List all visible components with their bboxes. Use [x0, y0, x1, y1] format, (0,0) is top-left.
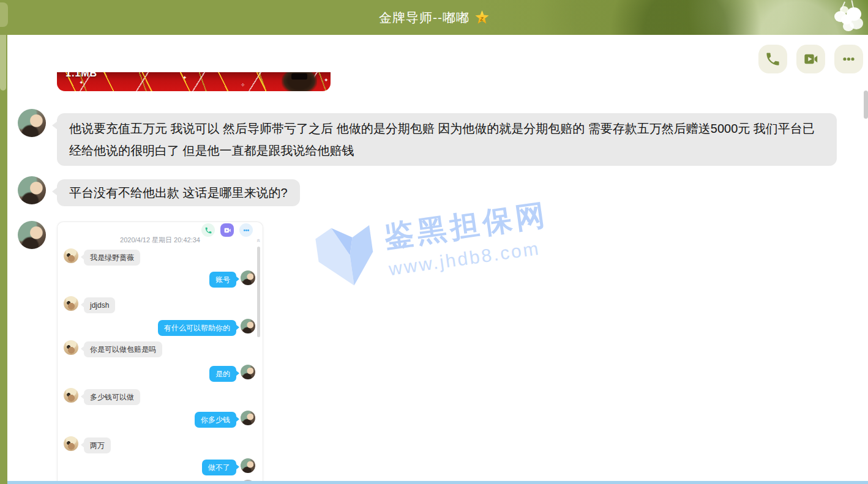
flower-decoration [841, 15, 852, 24]
screenshot-timestamp: 2020/4/12 星期日 20:42:34 [58, 236, 263, 245]
mini-avatar [64, 296, 78, 311]
mini-avatar [241, 411, 255, 425]
image-message-red-banner[interactable]: 1.1MB ✦ ✦ ✧ ✦ [57, 72, 331, 91]
mini-avatar [241, 319, 255, 333]
bottom-highlight-line [7, 481, 868, 484]
phone-icon [765, 51, 781, 67]
mini-message-row: 两万 [58, 436, 263, 453]
mini-message-bubble: jdjdsh [84, 297, 115, 313]
avatar[interactable] [18, 221, 46, 249]
mini-message-bubble: 是的 [209, 366, 236, 382]
mini-avatar [64, 248, 78, 263]
video-camera-icon [803, 51, 819, 67]
mini-video-icon [220, 223, 234, 237]
voice-call-button[interactable] [758, 45, 787, 73]
avatar[interactable] [18, 176, 46, 204]
more-options-button[interactable] [834, 45, 863, 73]
mini-avatar [64, 388, 78, 403]
screenshot-toolbar [201, 223, 253, 237]
mini-message-bubble: 做不了 [202, 460, 236, 475]
star-badge-icon: z [475, 10, 489, 24]
mini-message-row: jdjdsh [58, 296, 263, 313]
header-bar: 金牌导师--嘟嘟 z [0, 0, 868, 35]
mini-message-bubble: 我是绿野蔷薇 [84, 250, 140, 266]
avatar[interactable] [18, 109, 46, 137]
mini-message-bubble: 账号 [209, 272, 236, 288]
page-title: 金牌导师--嘟嘟 z [379, 9, 489, 26]
mini-avatar [241, 458, 255, 473]
flower-stem [851, 0, 854, 10]
scrollbar-thumb[interactable] [864, 91, 868, 119]
watermark-logo-icon [310, 214, 382, 295]
message-bubble: 他说要充值五万元 我说可以 然后导师带亏了之后 他做的是分期包赔 因为他做的就是… [57, 113, 837, 166]
mini-phone-icon [201, 223, 215, 237]
contact-name: 金牌导师--嘟嘟 [379, 9, 470, 26]
mini-avatar [241, 365, 255, 379]
message-bubble: 平台没有不给他出款 这话是哪里来说的? [57, 179, 300, 206]
watermark-site-name: 鉴黑担保网 [382, 195, 551, 256]
mini-avatar [241, 270, 255, 285]
watermark-site-url: www.jhdb8.com [387, 236, 554, 280]
mini-message-row: 我是绿野蔷薇 [58, 248, 263, 266]
mini-avatar [64, 436, 78, 451]
mini-message-bubble: 你是可以做包赔是吗 [84, 341, 162, 357]
watermark: 鉴黑担保网 www.jhdb8.com [310, 190, 555, 296]
mini-message-bubble: 两万 [84, 437, 111, 453]
file-size-label: 1.1MB [65, 72, 97, 79]
mini-message-bubble: 有什么可以帮助你的 [158, 320, 236, 336]
person-silhouette [282, 72, 317, 91]
mini-message-row: 你是可以做包赔是吗 [58, 340, 263, 357]
mini-message-row: 你多少钱 [58, 411, 263, 428]
mini-message-row: 有什么可以帮助你的 [58, 319, 263, 336]
mini-message-row: 账号 [58, 270, 263, 288]
mini-message-row: 多少钱可以做 [58, 388, 263, 405]
mini-message-row: 是的 [58, 365, 263, 382]
left-window-edge-highlight [0, 35, 6, 91]
flower-stem [840, 1, 845, 10]
mini-avatar [64, 340, 78, 355]
left-window-edge [0, 35, 7, 484]
chat-window: 金牌导师--嘟嘟 z 1.1MB ✦ ✦ ✧ ✦ [0, 0, 868, 484]
ellipsis-icon [840, 51, 857, 67]
mini-message-bubble: 多少钱可以做 [84, 389, 140, 405]
video-call-button[interactable] [796, 45, 825, 73]
mini-ellipsis-icon [239, 223, 253, 237]
window-corner-tab [0, 2, 8, 27]
mini-message-bubble: 你多少钱 [195, 412, 236, 428]
screenshot-image-message[interactable]: « 2020/4/12 星期日 20:42:34 我是绿野蔷薇账号jdjdsh有… [57, 222, 263, 484]
mini-message-row: 做不了 [58, 458, 263, 475]
